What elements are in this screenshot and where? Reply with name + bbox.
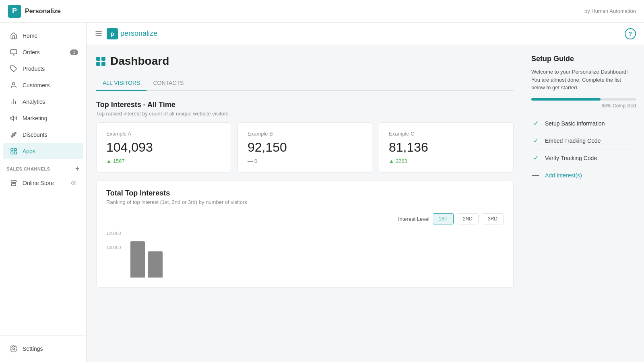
online-store-eye-icon[interactable]: [71, 180, 76, 186]
svg-rect-15: [14, 152, 17, 154]
sidebar-nav: Home Orders 1 Products Customers: [0, 23, 86, 335]
delta-up-icon-2: ▲: [389, 158, 394, 164]
tab-all-visitors[interactable]: ALL VISITORS: [96, 76, 147, 91]
sidebar-label-products: Products: [23, 66, 45, 72]
stat-delta-2: ▲ 2263: [389, 158, 504, 164]
chart-area: 120000 100000: [106, 231, 504, 279]
sidebar-label-customers: Customers: [23, 82, 50, 88]
svg-rect-13: [14, 148, 17, 150]
sidebar-label-discounts: Discounts: [23, 132, 47, 138]
stat-card-1: Example B 92,150 — 0: [237, 122, 372, 173]
app-logo: p personalize: [107, 28, 157, 39]
top-bar: P Personalize by Human Automation: [0, 0, 644, 23]
top-interests-subtitle: Top ranked interest by count of all uniq…: [96, 111, 514, 117]
sidebar-item-customers[interactable]: Customers: [3, 77, 83, 93]
setup-item-label-2: Verify Tracking Code: [545, 155, 597, 161]
analytics-icon: [10, 98, 18, 106]
discounts-icon: [10, 131, 18, 139]
page-title-row: Dashboard: [96, 55, 514, 68]
settings-icon: [10, 345, 18, 353]
app-logo-text: personalize: [120, 29, 157, 38]
stat-card-2: Example C 81,136 ▲ 2263: [379, 122, 514, 173]
layout: Home Orders 1 Products Customers: [0, 23, 644, 362]
top-interests-header: Top Interests - All Time Top ranked inte…: [96, 101, 514, 117]
stat-delta-1: — 0: [248, 158, 362, 164]
interest-btn-2nd[interactable]: 2ND: [457, 213, 479, 224]
sidebar-bottom: Settings: [0, 335, 86, 362]
setup-item-0: ✓ Setup Basic Information: [531, 115, 636, 132]
total-top-interests-card: Total Top Interests Ranking of top inter…: [96, 181, 514, 288]
sidebar-item-products[interactable]: Products: [3, 61, 83, 77]
sidebar-item-orders[interactable]: Orders 1: [3, 44, 83, 60]
delta-up-icon-0: ▲: [106, 158, 111, 164]
sidebar-label-settings: Settings: [23, 346, 43, 352]
sidebar-label-home: Home: [23, 33, 37, 39]
svg-rect-14: [11, 152, 13, 154]
interest-controls: Interest Level 1ST 2ND 3RD: [106, 213, 504, 224]
sidebar-label-apps: Apps: [23, 148, 35, 154]
setup-check-0: ✓: [531, 119, 540, 128]
setup-item-3: — Add Interest(s): [531, 167, 636, 184]
top-bar-by: by Human Automation: [584, 8, 636, 14]
stat-value-1: 92,150: [248, 140, 362, 155]
stat-delta-0: ▲ 1567: [106, 158, 221, 164]
svg-rect-16: [12, 184, 16, 186]
progress-bar-fill: [531, 98, 601, 101]
chart-y-label-120k: 120000: [106, 231, 121, 236]
setup-guide-desc: Welcome to your Personalize Dashboard! Y…: [531, 68, 636, 92]
delta-neutral-icon-1: —: [248, 158, 253, 164]
interest-btn-3rd[interactable]: 3RD: [482, 213, 504, 224]
sidebar-item-online-store[interactable]: Online Store: [3, 175, 83, 191]
stat-cards-row: Example A 104,093 ▲ 1567 Example B 92,15…: [96, 122, 514, 173]
setup-item-label-1: Embed Tracking Code: [545, 138, 601, 144]
svg-rect-12: [11, 148, 13, 150]
sales-channels-section: SALES CHANNELS +: [0, 160, 86, 175]
sidebar-item-home[interactable]: Home: [3, 28, 83, 44]
sidebar-item-apps[interactable]: Apps: [3, 143, 83, 159]
chart-bars: [130, 231, 504, 279]
sidebar-item-marketing[interactable]: Marketing: [3, 110, 83, 126]
stat-label-2: Example C: [389, 131, 504, 137]
sidebar-item-discounts[interactable]: Discounts: [3, 127, 83, 143]
hamburger-icon[interactable]: [95, 30, 103, 38]
sidebar-item-analytics[interactable]: Analytics: [3, 94, 83, 110]
stat-value-0: 104,093: [106, 140, 221, 155]
main-area: p personalize ? Dashboard ALL VI: [87, 23, 644, 362]
bar-0: [130, 241, 145, 278]
setup-dash-3: —: [531, 171, 540, 180]
svg-point-18: [13, 348, 15, 350]
add-sales-channel-icon[interactable]: +: [75, 165, 80, 173]
tab-contacts[interactable]: CONTACTS: [147, 76, 190, 91]
help-icon[interactable]: ?: [625, 28, 636, 39]
top-bar-logo: P: [8, 5, 21, 18]
sidebar-label-orders: Orders: [23, 49, 40, 56]
bar-1: [148, 251, 163, 278]
setup-guide-title: Setup Guide: [531, 55, 636, 63]
interest-btn-1st[interactable]: 1ST: [433, 213, 454, 224]
setup-item-link-3[interactable]: Add Interest(s): [545, 172, 582, 179]
progress-label: 66% Completed: [531, 103, 636, 109]
total-interests-subtitle: Ranking of top interest (1st, 2nd or 3rd…: [106, 199, 504, 205]
app-logo-icon: p: [107, 28, 118, 39]
apps-icon: [10, 147, 18, 155]
sidebar-label-marketing: Marketing: [23, 115, 47, 121]
total-interests-title: Total Top Interests: [106, 189, 504, 197]
svg-marker-8: [11, 116, 14, 121]
stat-label-1: Example B: [248, 131, 362, 137]
sidebar-item-settings[interactable]: Settings: [3, 341, 83, 357]
progress-bar-bg: [531, 98, 636, 101]
sidebar-label-online-store: Online Store: [23, 180, 54, 186]
orders-badge: 1: [70, 49, 78, 55]
home-icon: [10, 32, 18, 40]
stat-label-0: Example A: [106, 131, 221, 137]
stat-card-0: Example A 104,093 ▲ 1567: [96, 122, 231, 173]
stat-value-2: 81,136: [389, 140, 504, 155]
top-interests-title: Top Interests - All Time: [96, 101, 514, 109]
setup-item-1: ✓ Embed Tracking Code: [531, 132, 636, 150]
app-header: p personalize ?: [87, 23, 644, 45]
interest-level-label: Interest Level: [398, 216, 429, 222]
content: Dashboard ALL VISITORS CONTACTS Top Inte…: [87, 45, 644, 362]
orders-icon: [10, 48, 18, 56]
content-main: Dashboard ALL VISITORS CONTACTS Top Inte…: [87, 45, 523, 362]
top-bar-left: P Personalize: [8, 5, 61, 18]
